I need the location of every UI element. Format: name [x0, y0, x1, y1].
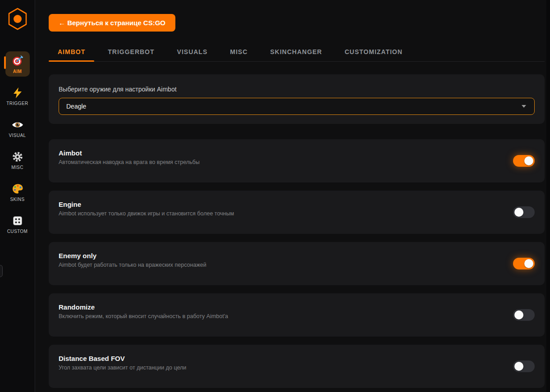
scrollbar-track[interactable] [546, 0, 550, 392]
setting-row-distance-fov: Distance Based FOV Угол захвата цели зав… [49, 345, 545, 388]
setting-description: Включить режим, который вносит случайнос… [59, 313, 535, 319]
tab-customization[interactable]: CUSTOMIZATION [335, 44, 411, 61]
randomize-toggle[interactable] [513, 309, 535, 321]
setting-title: Enemy only [59, 252, 535, 260]
sidebar-item-label: CUSTOM [7, 229, 28, 234]
enemy-only-toggle[interactable] [513, 258, 535, 269]
tab-visuals[interactable]: VISUALS [168, 44, 217, 61]
sidebar-item-label: SKINS [10, 197, 24, 202]
setting-row-aimbot: Aimbot Автоматическая наводка на врага в… [49, 139, 545, 182]
sidebar-item-trigger[interactable]: TRIGGER [5, 83, 30, 109]
target-dart-icon [12, 55, 23, 67]
drawer-handle[interactable] [0, 265, 3, 277]
hexagon-dot-logo-icon [7, 7, 28, 31]
tab-aimbot[interactable]: AIMBOT [49, 44, 94, 61]
sidebar-item-misc[interactable]: MISC [5, 147, 30, 173]
sidebar-item-label: AIM [13, 69, 22, 74]
setting-description: Aimbot использует только движок игры и с… [59, 210, 535, 217]
lightning-icon [12, 87, 23, 99]
setting-description: Угол захвата цели зависит от дистанции д… [59, 365, 535, 371]
sidebar-item-label: MISC [11, 165, 23, 170]
tabs-bar: AIMBOT TRIGGERBOT VISUALS MISC SKINCHANG… [49, 44, 545, 62]
toggle-knob [514, 310, 523, 319]
sidebar-item-label: TRIGGER [6, 101, 28, 106]
sidebar-item-label: VISUAL [9, 133, 26, 138]
toggle-knob [524, 156, 533, 165]
gear-icon [12, 151, 23, 163]
weapon-select[interactable]: Deagle [59, 98, 535, 115]
tab-misc[interactable]: MISC [221, 44, 257, 61]
setting-title: Aimbot [59, 149, 535, 157]
tab-skinchanger[interactable]: SKINCHANGER [261, 44, 331, 61]
setting-title: Randomize [59, 303, 535, 311]
back-to-csgo-button[interactable]: ← Вернуться к странице CS:GO [49, 14, 175, 32]
setting-title: Distance Based FOV [59, 355, 535, 362]
sidebar-nav: AIM TRIGGER VISUAL MISC [5, 51, 30, 237]
sidebar-item-custom[interactable]: CUSTOM [5, 211, 30, 237]
setting-description: Автоматическая наводка на врага во время… [59, 159, 535, 165]
chevron-down-icon [522, 105, 526, 108]
eye-icon [12, 119, 23, 131]
toggle-knob [514, 208, 523, 217]
setting-title: Engine [59, 201, 535, 208]
setting-description: Aimbot будет работать только на вражески… [59, 262, 535, 268]
app-logo[interactable] [7, 7, 28, 32]
setting-row-enemy-only: Enemy only Aimbot будет работать только … [49, 242, 545, 285]
sidebar-item-visual[interactable]: VISUAL [5, 115, 30, 141]
engine-toggle[interactable] [513, 206, 535, 218]
tab-triggerbot[interactable]: TRIGGERBOT [99, 44, 163, 61]
palette-icon [12, 183, 23, 195]
sidebar: AIM TRIGGER VISUAL MISC [0, 0, 35, 392]
weapon-select-card: Выберите оружие для настройки Aimbot Dea… [49, 74, 545, 124]
setting-row-randomize: Randomize Включить режим, который вносит… [49, 293, 545, 337]
dice-icon [12, 215, 23, 227]
setting-row-engine: Engine Aimbot использует только движок и… [49, 191, 545, 234]
weapon-select-value: Deagle [66, 103, 86, 110]
aimbot-toggle[interactable] [513, 155, 535, 167]
distance-fov-toggle[interactable] [513, 360, 535, 372]
toggle-knob [524, 259, 533, 268]
toggle-knob [514, 362, 523, 371]
sidebar-item-aim[interactable]: AIM [5, 51, 30, 77]
main-content: ← Вернуться к странице CS:GO AIMBOT TRIG… [36, 0, 546, 388]
weapon-select-label: Выберите оружие для настройки Aimbot [59, 86, 535, 93]
sidebar-item-skins[interactable]: SKINS [5, 179, 30, 205]
